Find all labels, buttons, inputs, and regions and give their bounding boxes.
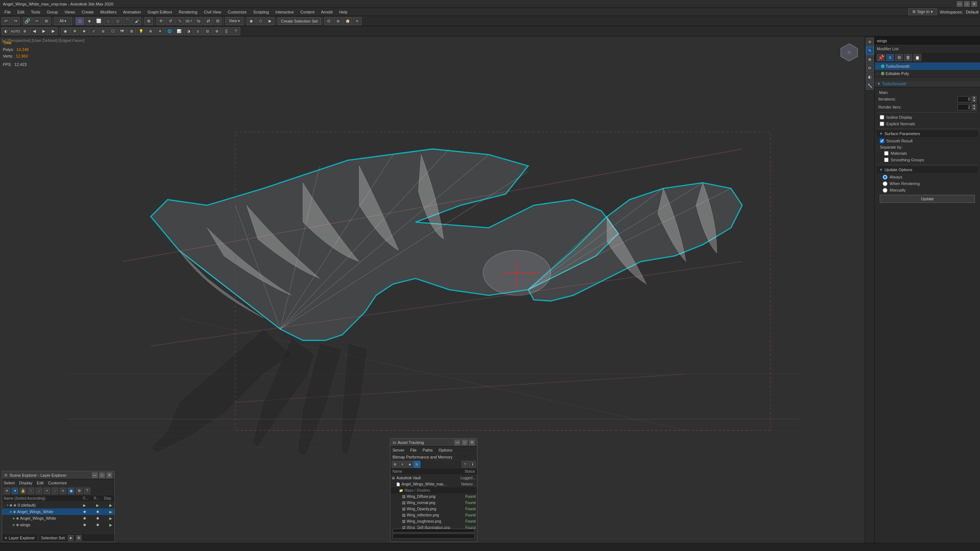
at-menu-options[interactable]: Options xyxy=(438,448,452,452)
iterations-up-button[interactable]: ▲ xyxy=(972,96,976,99)
active-shade-button[interactable]: ◑ xyxy=(184,27,193,35)
at-item-main-file[interactable]: 📄 Angel_Wings_White_max_vray.max Networ.… xyxy=(390,481,477,487)
show-grid-button[interactable]: ⊞ xyxy=(127,27,136,35)
menu-civil-view[interactable]: Civil View xyxy=(201,9,224,15)
at-menu-file[interactable]: File xyxy=(410,448,417,452)
unlink-button[interactable]: ✂ xyxy=(32,17,41,25)
at-item-normal[interactable]: 🖼 Wing_normal.png Found xyxy=(390,500,477,506)
circle-select-button[interactable]: ○ xyxy=(104,17,113,25)
se-highlight-button[interactable]: ◉ xyxy=(68,487,74,494)
mod-delete-button[interactable]: 🗑 xyxy=(904,54,912,61)
se-menu-display[interactable]: Display xyxy=(19,481,32,485)
viewport-conf-button[interactable]: ⊞ xyxy=(99,27,108,35)
menu-customize[interactable]: Customize xyxy=(225,9,250,15)
mod-show-button[interactable]: ≡ xyxy=(886,54,894,61)
render-iters-input[interactable] xyxy=(958,104,971,110)
menu-tools[interactable]: Tools xyxy=(28,9,43,15)
editable-poly-modifier-item[interactable]: ▷ Editable Poly xyxy=(875,70,980,77)
select-by-name-button[interactable]: ◈ xyxy=(85,17,94,25)
viewport-label-button[interactable]: View ▾ xyxy=(225,17,243,25)
at-item-maps-shaders[interactable]: 📁 Maps / Shaders xyxy=(390,487,477,494)
question-button[interactable]: ? xyxy=(231,27,240,35)
paint-select-button[interactable]: 🖌 xyxy=(132,17,141,25)
at-maximize-button[interactable]: □ xyxy=(462,440,468,445)
helper-button[interactable]: ⊕ xyxy=(146,27,155,35)
render-setup-button[interactable]: ⬡ xyxy=(256,17,265,25)
se-menu-customize[interactable]: Customize xyxy=(48,481,67,485)
select-rotate-button[interactable]: ↺ xyxy=(166,17,175,25)
close-button[interactable]: ✕ xyxy=(971,1,977,7)
render-iters-down-button[interactable]: ▼ xyxy=(972,108,976,110)
turbosmooth-modifier-item[interactable]: ▷ TurboSmooth xyxy=(875,63,980,70)
fence-select-button[interactable]: ◇ xyxy=(113,17,122,25)
se-close-button[interactable]: ✕ xyxy=(107,472,112,478)
se-list-button[interactable]: ≡ xyxy=(60,487,66,494)
menu-edit[interactable]: Edit xyxy=(14,9,27,15)
se-collapse-button[interactable]: - xyxy=(52,487,58,494)
utilities-panel-button[interactable]: 🔧 xyxy=(866,82,874,90)
at-tb-btn-3[interactable]: ◈ xyxy=(406,461,413,468)
scripting-btn[interactable]: {} xyxy=(222,27,231,35)
menu-create[interactable]: Create xyxy=(79,9,97,15)
at-item-diffuse[interactable]: 🖼 Wing_Diffuse.png Found xyxy=(390,494,477,500)
materials-checkbox[interactable] xyxy=(884,151,889,156)
smoothing-groups-checkbox[interactable] xyxy=(884,158,889,162)
se-menu-select[interactable]: Select xyxy=(4,481,15,485)
mod-pin-button[interactable]: 📌 xyxy=(877,54,885,61)
set-key-button[interactable]: ◐ xyxy=(2,27,10,35)
explicit-normals-checkbox[interactable] xyxy=(880,122,884,126)
object-name-input[interactable] xyxy=(875,37,980,45)
at-tb-btn-2[interactable]: ≡ xyxy=(399,461,406,468)
vr-button[interactable]: ⊕ xyxy=(213,27,221,35)
schematic-view-button[interactable]: ⊞ xyxy=(334,17,342,25)
se-clear-filter-button[interactable]: ✕ xyxy=(4,487,10,494)
at-tb-btn-4[interactable]: ⊟ xyxy=(414,461,420,468)
menu-scripting[interactable]: Scripting xyxy=(250,9,272,15)
at-tb-btn-help[interactable]: ? xyxy=(462,461,468,468)
se-item-angel-wings-white[interactable]: ◆ ◉ Angel_Wings_White ✱ ✱ ▶ xyxy=(2,508,115,515)
render-region-button[interactable]: ☐ xyxy=(108,27,117,35)
se-icon-btn-2[interactable]: ⊞ xyxy=(76,535,82,541)
update-button[interactable]: Update xyxy=(880,195,975,203)
at-item-vault[interactable]: 🏛 Autodesk Vault Logged... xyxy=(390,475,477,481)
select-move-button[interactable]: ✛ xyxy=(156,17,165,25)
always-radio[interactable] xyxy=(883,175,888,179)
maximize-button[interactable]: □ xyxy=(964,1,970,7)
viewport-label[interactable]: [+] [Perspective] [User Defined] [Edged … xyxy=(2,38,84,43)
display-panel-button[interactable]: ◐ xyxy=(866,73,874,81)
menu-views[interactable]: Views xyxy=(62,9,78,15)
mod-settings-button[interactable]: ⚙ xyxy=(895,54,903,61)
window-cross-button[interactable]: ⊠ xyxy=(144,17,153,25)
lights-button[interactable]: 💡 xyxy=(137,27,145,35)
minimize-button[interactable]: — xyxy=(957,1,963,7)
menu-animation[interactable]: Animation xyxy=(120,9,144,15)
show-stats-button[interactable]: ✱ xyxy=(80,27,89,35)
next-key-button[interactable]: ▶ xyxy=(49,27,57,35)
se-menu-edit[interactable]: Edit xyxy=(37,481,44,485)
gamma-button[interactable]: γ xyxy=(194,27,202,35)
at-close-button[interactable]: ✕ xyxy=(469,440,475,445)
create-panel-button[interactable]: ✛ xyxy=(866,38,874,46)
play-button[interactable]: ▶ xyxy=(39,27,48,35)
at-minimize-button[interactable]: — xyxy=(455,440,460,445)
turbosmooth-section-header[interactable]: ▼ TurboSmooth xyxy=(875,81,980,87)
menu-rendering[interactable]: Rendering xyxy=(176,9,200,15)
se-maximize-button[interactable]: □ xyxy=(99,472,105,478)
modify-panel-button[interactable]: ✎ xyxy=(866,47,874,55)
at-menu-paths[interactable]: Paths xyxy=(422,448,433,452)
mirror-button[interactable]: ⇄ xyxy=(204,17,213,25)
menu-group[interactable]: Group xyxy=(44,9,61,15)
isoline-display-checkbox[interactable] xyxy=(880,115,884,119)
iterations-input[interactable] xyxy=(958,96,971,102)
at-menu-server[interactable]: Server xyxy=(393,448,404,452)
menu-file[interactable]: File xyxy=(2,9,14,15)
at-item-opacity[interactable]: 🖼 Wing_Opacity.png Found xyxy=(390,506,477,512)
use-pivot-button[interactable]: 3D↾ xyxy=(185,17,194,25)
manually-radio[interactable] xyxy=(883,188,888,193)
lasso-select-button[interactable]: ⌒ xyxy=(123,17,132,25)
at-tb-btn-1[interactable]: ⊞ xyxy=(392,461,398,468)
surface-params-section[interactable]: ▼ Surface Parameters xyxy=(877,130,978,137)
menu-content[interactable]: Content xyxy=(298,9,317,15)
material-editor-button[interactable]: ◉ xyxy=(247,17,256,25)
update-options-section[interactable]: ▼ Update Options xyxy=(877,167,978,173)
